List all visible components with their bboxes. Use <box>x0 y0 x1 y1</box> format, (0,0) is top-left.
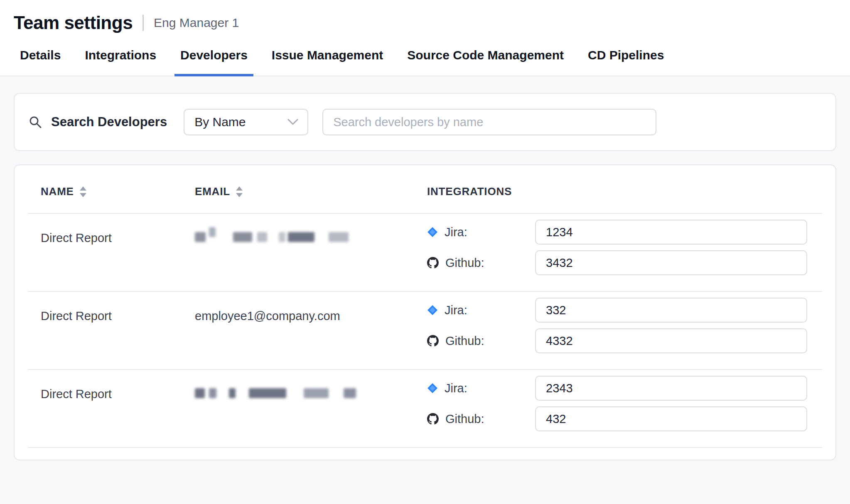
jira-icon <box>427 305 438 316</box>
jira-id-input[interactable] <box>535 220 807 245</box>
table-row: Direct Report <box>28 214 822 292</box>
developer-name: Direct Report <box>28 376 182 431</box>
search-filter-dropdown[interactable]: By Name <box>184 109 308 135</box>
developer-email <box>182 376 414 431</box>
github-integration-row: Github: <box>427 328 807 353</box>
tab-bar: Details Integrations Developers Issue Ma… <box>0 37 850 76</box>
title-divider <box>142 15 144 31</box>
developer-name: Direct Report <box>28 298 182 353</box>
column-header-name-label: NAME <box>41 185 74 198</box>
tab-cd-pipelines[interactable]: CD Pipelines <box>582 48 670 76</box>
main-content: Search Developers By Name NAME <box>0 76 850 460</box>
tab-developers[interactable]: Developers <box>174 48 253 76</box>
developer-name: Direct Report <box>28 220 182 275</box>
column-header-name[interactable]: NAME <box>28 185 182 198</box>
table-row: Direct Report employee1@company.com Jira… <box>28 292 822 370</box>
jira-label-group: Jira: <box>427 225 535 239</box>
github-label: Github: <box>445 256 484 270</box>
jira-label-group: Jira: <box>427 303 535 317</box>
github-label: Github: <box>445 412 484 426</box>
developers-table: NAME EMAIL INTEGRATIONS <box>14 164 836 460</box>
chevron-down-icon <box>287 119 298 125</box>
search-input[interactable] <box>322 109 656 135</box>
jira-icon <box>427 383 438 394</box>
github-icon <box>427 413 439 425</box>
table-header-row: NAME EMAIL INTEGRATIONS <box>28 165 822 214</box>
integrations-cell: Jira: Github: <box>414 298 822 353</box>
developer-email: employee1@company.com <box>182 298 414 353</box>
page-subtitle: Eng Manager 1 <box>154 16 239 30</box>
sort-icon[interactable] <box>79 186 87 198</box>
jira-id-input[interactable] <box>535 376 807 401</box>
column-header-integrations: INTEGRATIONS <box>414 185 822 198</box>
integrations-cell: Jira: Github: <box>414 376 822 431</box>
tab-integrations[interactable]: Integrations <box>79 48 162 76</box>
tab-source-code-management[interactable]: Source Code Management <box>401 48 570 76</box>
jira-icon <box>427 227 438 237</box>
github-label-group: Github: <box>427 256 535 270</box>
jira-integration-row: Jira: <box>427 220 807 245</box>
jira-label: Jira: <box>445 303 467 317</box>
github-icon <box>427 257 439 269</box>
page-header: Team settings Eng Manager 1 Details Inte… <box>0 0 850 76</box>
column-header-integrations-label: INTEGRATIONS <box>427 185 512 198</box>
github-integration-row: Github: <box>427 250 807 275</box>
column-header-email[interactable]: EMAIL <box>182 185 414 198</box>
github-label: Github: <box>445 334 484 348</box>
github-integration-row: Github: <box>427 406 807 431</box>
page-title: Team settings <box>14 12 133 33</box>
github-id-input[interactable] <box>535 406 807 431</box>
github-label-group: Github: <box>427 334 535 348</box>
integrations-cell: Jira: Github: <box>414 220 822 275</box>
table-row: Direct Report <box>28 370 822 448</box>
jira-label: Jira: <box>445 382 467 395</box>
jira-integration-row: Jira: <box>427 376 807 401</box>
jira-label: Jira: <box>445 225 467 239</box>
search-card: Search Developers By Name <box>14 93 836 151</box>
column-header-email-label: EMAIL <box>195 185 230 198</box>
redacted-email <box>195 229 414 245</box>
jira-integration-row: Jira: <box>427 298 807 323</box>
search-filter-selected-value: By Name <box>194 115 246 129</box>
jira-label-group: Jira: <box>427 382 535 395</box>
title-row: Team settings Eng Manager 1 <box>0 0 850 37</box>
github-id-input[interactable] <box>535 328 807 353</box>
redacted-email <box>195 385 414 401</box>
github-icon <box>427 335 439 347</box>
developer-email <box>182 220 414 275</box>
search-icon <box>29 115 42 129</box>
tab-issue-management[interactable]: Issue Management <box>266 48 389 76</box>
github-label-group: Github: <box>427 412 535 426</box>
tab-details[interactable]: Details <box>14 48 66 76</box>
jira-id-input[interactable] <box>535 298 807 323</box>
search-developers-label: Search Developers <box>51 115 167 130</box>
github-id-input[interactable] <box>535 250 807 275</box>
sort-icon[interactable] <box>235 186 243 198</box>
